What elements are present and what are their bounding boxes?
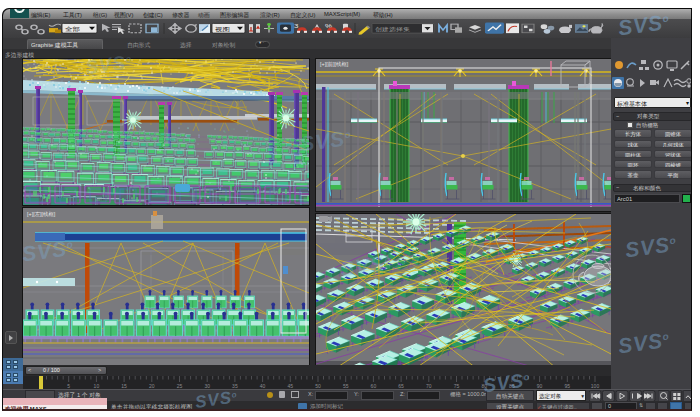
svg-text:[+][左][线框]: [+][左][线框] xyxy=(27,211,56,217)
svg-text:20: 20 xyxy=(149,383,155,389)
svg-text:75: 75 xyxy=(454,383,460,389)
svg-text:95: 95 xyxy=(565,383,571,389)
svg-text:80: 80 xyxy=(481,383,487,389)
svg-text:45: 45 xyxy=(288,383,294,389)
svg-text:创建选择集: 创建选择集 xyxy=(375,26,411,33)
svg-text:10: 10 xyxy=(94,383,100,389)
svg-text:30: 30 xyxy=(204,383,210,389)
svg-text:55: 55 xyxy=(343,383,349,389)
svg-text:40: 40 xyxy=(260,383,266,389)
svg-text:70: 70 xyxy=(426,383,432,389)
svg-text:90: 90 xyxy=(537,383,543,389)
svg-text:65: 65 xyxy=(398,383,404,389)
svg-text:50: 50 xyxy=(315,383,321,389)
svg-text:视图: 视图 xyxy=(215,26,230,33)
svg-text:100: 100 xyxy=(591,383,600,389)
svg-text:85: 85 xyxy=(509,383,515,389)
svg-text:3: 3 xyxy=(294,23,299,29)
svg-text:5: 5 xyxy=(67,383,70,389)
svg-text:[+][前][线框]: [+][前][线框] xyxy=(320,61,349,67)
svg-text:15: 15 xyxy=(121,383,127,389)
svg-text:35: 35 xyxy=(232,383,238,389)
svg-text:25: 25 xyxy=(177,383,183,389)
svg-text:60: 60 xyxy=(371,383,377,389)
svg-text:全部: 全部 xyxy=(65,26,80,33)
